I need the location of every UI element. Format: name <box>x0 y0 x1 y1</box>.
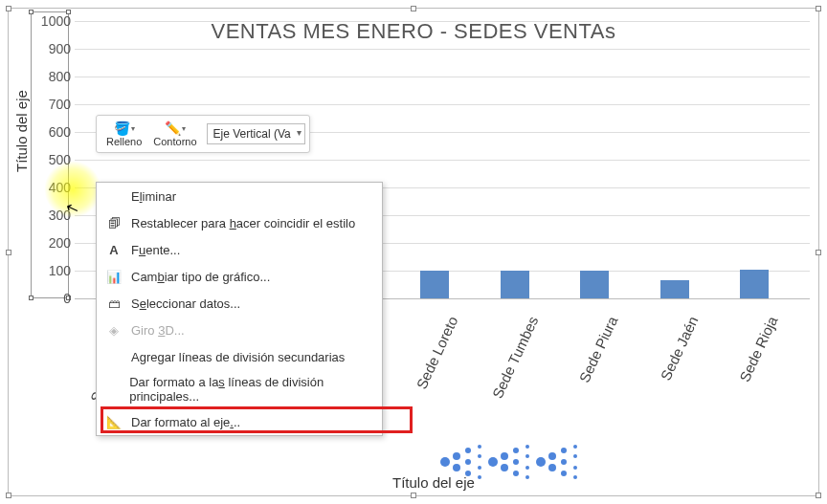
x-category-label: Sede Piura <box>566 314 621 407</box>
menu-reset-style[interactable]: 🗐 Restablecer para hacer coincidir el es… <box>97 209 382 236</box>
menu-3d-rotation: ◈ Giro 3D... <box>97 317 382 343</box>
y-tick-label: 900 <box>31 41 71 56</box>
bar[interactable] <box>580 271 609 298</box>
svg-point-1 <box>453 452 460 460</box>
format-axis-icon: 📐 <box>104 413 123 430</box>
svg-point-2 <box>453 464 460 471</box>
x-category-label: Sede Jaén <box>645 314 701 407</box>
reset-icon: 🗐 <box>104 214 123 231</box>
y-tick-label: 400 <box>31 180 71 195</box>
y-axis-ticks: 01002003004005006007008009001000 <box>31 21 71 298</box>
y-tick-label: 600 <box>31 124 71 140</box>
mini-toolbar: 🪣▾ Relleno ✏️▾ Contorno Eje Vertical (Va <box>96 115 310 153</box>
outline-button[interactable]: ✏️▾ Contorno <box>147 119 202 149</box>
x-category-label: Sede Tumbes <box>485 314 541 407</box>
y-tick-label: 700 <box>31 97 71 112</box>
bar[interactable] <box>501 271 529 298</box>
y-tick-label: 200 <box>31 235 71 251</box>
fill-button[interactable]: 🪣▾ Relleno <box>101 119 147 149</box>
menu-change-chart-type[interactable]: 📊 Cambiar tipo de gráfico... <box>97 263 382 290</box>
outline-icon: ✏️▾ <box>165 121 186 136</box>
svg-point-9 <box>478 475 481 479</box>
svg-point-8 <box>478 466 481 470</box>
fill-label: Relleno <box>106 136 142 147</box>
svg-point-0 <box>440 457 450 467</box>
bar[interactable] <box>660 280 689 298</box>
menu-format-axis[interactable]: 📐 Dar formato al eje... <box>97 408 382 435</box>
outline-label: Contorno <box>153 136 196 147</box>
chart-type-icon: 📊 <box>104 268 123 285</box>
bar[interactable] <box>740 270 769 298</box>
y-tick-label: 0 <box>31 291 71 306</box>
context-menu: Eliminar 🗐 Restablecer para hacer coinci… <box>96 182 383 436</box>
blank-icon <box>104 381 122 398</box>
menu-font[interactable]: A Fuente... <box>97 236 382 263</box>
y-tick-label: 1000 <box>31 13 71 29</box>
chart-element-dropdown[interactable]: Eje Vertical (Va <box>207 123 305 144</box>
y-tick-label: 100 <box>31 263 71 278</box>
y-tick-label: 300 <box>31 208 71 223</box>
menu-select-data[interactable]: 🗃 Seleccionar datos... <box>97 290 382 317</box>
menu-delete[interactable]: Eliminar <box>97 183 382 209</box>
y-axis-title[interactable]: Título del eje <box>13 90 30 172</box>
x-axis-title[interactable]: Título del eje <box>392 474 475 491</box>
svg-point-6 <box>478 445 481 449</box>
rotate-3d-icon: ◈ <box>104 321 123 339</box>
svg-point-4 <box>465 459 471 465</box>
y-tick-label: 500 <box>31 152 71 167</box>
menu-add-minor-gridlines[interactable]: Agregar líneas de división secundarias <box>97 343 382 370</box>
font-icon: A <box>104 241 123 258</box>
svg-point-3 <box>465 448 471 453</box>
menu-format-major-gridlines[interactable]: Dar formato a las líneas de división pri… <box>97 370 382 408</box>
svg-point-7 <box>478 454 481 458</box>
select-data-icon: 🗃 <box>104 295 123 312</box>
fill-icon: 🪣▾ <box>114 121 135 136</box>
x-category-label: Sede Rioja <box>726 314 781 407</box>
bar[interactable] <box>420 271 449 298</box>
x-category-label: Sede Loreto <box>406 314 461 407</box>
y-tick-label: 800 <box>31 69 71 84</box>
blank-icon <box>104 187 123 205</box>
blank-icon <box>104 348 123 365</box>
